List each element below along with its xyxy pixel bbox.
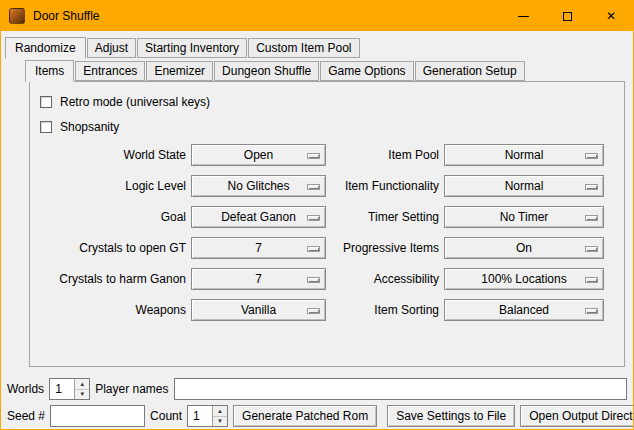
item-sorting-value: Balanced	[499, 303, 549, 317]
progressive-items-value: On	[516, 241, 532, 255]
option-row: Crystals to open GT 7 Progressive Items …	[36, 237, 624, 259]
item-sorting-label: Item Sorting	[336, 303, 439, 317]
count-stepper[interactable]: 1 ▲ ▼	[187, 405, 228, 427]
dropdown-indicator-icon	[307, 277, 320, 283]
maximize-button[interactable]	[545, 1, 589, 31]
maximize-icon	[563, 12, 572, 21]
world-state-dropdown[interactable]: Open	[191, 144, 326, 166]
dropdown-indicator-icon	[307, 184, 320, 190]
crystals-gt-value: 7	[255, 241, 262, 255]
close-icon: ✕	[606, 10, 616, 22]
tab-dungeon-shuffle[interactable]: Dungeon Shuffle	[214, 61, 319, 81]
window-title: Door Shuffle	[33, 9, 100, 23]
logic-level-dropdown[interactable]: No Glitches	[191, 175, 326, 197]
minimize-icon	[518, 16, 529, 17]
world-state-label: World State	[36, 148, 186, 162]
timer-setting-dropdown[interactable]: No Timer	[444, 206, 604, 228]
worlds-value: 1	[55, 382, 62, 396]
count-down-icon[interactable]: ▼	[213, 417, 227, 427]
worlds-row: Worlds 1 ▲ ▼ Player names	[7, 378, 627, 400]
option-row: Crystals to harm Ganon 7 Accessibility 1…	[36, 268, 624, 290]
world-state-value: Open	[244, 148, 273, 162]
main-tab-bar: Randomize Adjust Starting Inventory Cust…	[5, 36, 633, 58]
door-shuffle-window: Door Shuffle ✕ Randomize Adjust Starting…	[0, 0, 634, 430]
goal-dropdown[interactable]: Defeat Ganon	[191, 206, 326, 228]
generate-patched-rom-button[interactable]: Generate Patched Rom	[233, 405, 377, 427]
options-grid: World State Open Item Pool Normal Logic …	[36, 144, 624, 321]
accessibility-dropdown[interactable]: 100% Locations	[444, 268, 604, 290]
tab-items[interactable]: Items	[25, 60, 74, 82]
tab-enemizer[interactable]: Enemizer	[146, 61, 213, 81]
retro-mode-checkbox[interactable]	[40, 96, 52, 108]
crystals-ganon-value: 7	[255, 272, 262, 286]
window-controls: ✕	[501, 1, 633, 31]
dropdown-indicator-icon	[307, 246, 320, 252]
crystals-ganon-label: Crystals to harm Ganon	[36, 272, 186, 286]
dropdown-indicator-icon	[307, 153, 320, 159]
dropdown-indicator-icon	[585, 277, 598, 283]
weapons-label: Weapons	[36, 303, 186, 317]
item-functionality-label: Item Functionality	[336, 179, 439, 193]
logic-level-value: No Glitches	[227, 179, 289, 193]
timer-setting-label: Timer Setting	[336, 210, 439, 224]
goal-value: Defeat Ganon	[221, 210, 296, 224]
retro-mode-label: Retro mode (universal keys)	[60, 95, 210, 109]
open-output-directory-button[interactable]: Open Output Directory	[520, 405, 634, 427]
retro-mode-row: Retro mode (universal keys)	[40, 94, 624, 109]
tab-entrances[interactable]: Entrances	[75, 61, 145, 81]
tab-custom-item-pool[interactable]: Custom Item Pool	[248, 38, 359, 58]
item-pool-label: Item Pool	[336, 148, 439, 162]
sub-tab-bar: Items Entrances Enemizer Dungeon Shuffle…	[25, 60, 633, 81]
item-sorting-dropdown[interactable]: Balanced	[444, 299, 604, 321]
option-row: Goal Defeat Ganon Timer Setting No Timer	[36, 206, 624, 228]
bottom-bar: Worlds 1 ▲ ▼ Player names Seed # Count 1…	[7, 378, 627, 427]
save-settings-button[interactable]: Save Settings to File	[387, 405, 515, 427]
logic-level-label: Logic Level	[36, 179, 186, 193]
close-button[interactable]: ✕	[589, 1, 633, 31]
dropdown-indicator-icon	[307, 215, 320, 221]
seed-label: Seed #	[7, 409, 45, 423]
weapons-value: Vanilla	[241, 303, 276, 317]
minimize-button[interactable]	[501, 1, 545, 31]
timer-setting-value: No Timer	[500, 210, 549, 224]
shopsanity-label: Shopsanity	[60, 120, 119, 134]
item-pool-value: Normal	[505, 148, 544, 162]
player-names-label: Player names	[95, 382, 168, 396]
weapons-dropdown[interactable]: Vanilla	[191, 299, 326, 321]
option-row: Logic Level No Glitches Item Functionali…	[36, 175, 624, 197]
tab-starting-inventory[interactable]: Starting Inventory	[137, 38, 247, 58]
crystals-gt-dropdown[interactable]: 7	[191, 237, 326, 259]
dropdown-indicator-icon	[585, 308, 598, 314]
count-value: 1	[193, 409, 200, 423]
worlds-stepper[interactable]: 1 ▲ ▼	[49, 378, 90, 400]
player-names-input[interactable]	[174, 378, 628, 400]
worlds-down-icon[interactable]: ▼	[75, 390, 89, 400]
tab-randomize[interactable]: Randomize	[5, 37, 86, 59]
titlebar: Door Shuffle ✕	[1, 1, 633, 31]
worlds-up-icon[interactable]: ▲	[75, 379, 89, 390]
shopsanity-row: Shopsanity	[40, 119, 624, 134]
item-pool-dropdown[interactable]: Normal	[444, 144, 604, 166]
tab-game-options[interactable]: Game Options	[320, 61, 413, 81]
dropdown-indicator-icon	[585, 215, 598, 221]
items-tab-pane: Retro mode (universal keys) Shopsanity W…	[29, 81, 625, 367]
tab-adjust[interactable]: Adjust	[87, 38, 136, 58]
option-row: World State Open Item Pool Normal	[36, 144, 624, 166]
goal-label: Goal	[36, 210, 186, 224]
shopsanity-checkbox[interactable]	[40, 121, 52, 133]
dropdown-indicator-icon	[307, 308, 320, 314]
progressive-items-label: Progressive Items	[336, 241, 439, 255]
crystals-gt-label: Crystals to open GT	[36, 241, 186, 255]
item-functionality-dropdown[interactable]: Normal	[444, 175, 604, 197]
item-functionality-value: Normal	[505, 179, 544, 193]
progressive-items-dropdown[interactable]: On	[444, 237, 604, 259]
seed-row: Seed # Count 1 ▲ ▼ Generate Patched Rom …	[7, 405, 627, 427]
seed-input[interactable]	[50, 405, 145, 427]
worlds-label: Worlds	[7, 382, 44, 396]
app-icon	[9, 8, 25, 24]
crystals-ganon-dropdown[interactable]: 7	[191, 268, 326, 290]
dropdown-indicator-icon	[585, 153, 598, 159]
tab-generation-setup[interactable]: Generation Setup	[415, 61, 525, 81]
count-up-icon[interactable]: ▲	[213, 406, 227, 417]
count-label: Count	[150, 409, 182, 423]
